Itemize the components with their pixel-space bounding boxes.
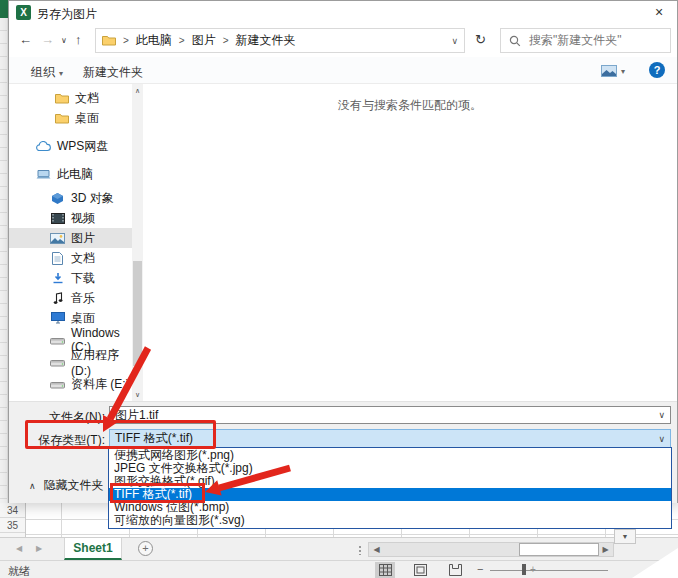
navigation-bar: ← → ∨ ↑ > 此电脑 > 图片 > 新建文件夹 ∨ ↻ 搜索"新建文件夹"	[9, 24, 677, 57]
computer-icon	[35, 168, 52, 180]
hide-folders-label: 隐藏文件夹	[44, 477, 104, 494]
sidebar-item-documents-quick[interactable]: 文档	[9, 88, 132, 108]
sidebar-scrollbar[interactable]: ∧ ∨	[132, 84, 143, 401]
scrollbar-resize-grip[interactable]	[358, 545, 362, 555]
scroll-left-icon[interactable]: ◀	[369, 543, 384, 556]
sidebar-item-label: WPS网盘	[57, 138, 108, 155]
sidebar-item-label: 桌面	[75, 110, 99, 127]
sidebar-item-label: 文档	[71, 250, 95, 267]
close-icon[interactable]: ×	[649, 3, 669, 21]
zoom-in-icon[interactable]: +	[530, 564, 536, 575]
filetype-option-svg[interactable]: 可缩放的向量图形(*.svg)	[109, 514, 671, 527]
dialog-title-bar: X 另存为图片 ×	[9, 1, 677, 24]
sheet-tab-bar: ◀ ▶ Sheet1 + ◀ ▶	[0, 537, 678, 560]
chevron-up-icon: ∧	[29, 481, 36, 491]
sidebar-item-this-pc[interactable]: 此电脑	[9, 164, 132, 184]
thumbnail-view-icon	[601, 65, 617, 77]
search-icon	[509, 35, 521, 47]
back-icon[interactable]: ←	[19, 32, 32, 47]
folder-icon	[53, 92, 70, 104]
row-number: 34	[0, 503, 25, 518]
new-sheet-button[interactable]: +	[138, 541, 153, 556]
dialog-body: 文档 桌面 WPS网盘 此电脑 3D 对象 视频	[9, 84, 677, 401]
scrollbar-thumb[interactable]	[133, 261, 142, 366]
sidebar-item-music[interactable]: 音乐	[9, 288, 132, 308]
dialog-toolbar: 组织▾ 新建文件夹 ▾ ?	[9, 57, 677, 84]
search-placeholder: 搜索"新建文件夹"	[529, 32, 622, 49]
sidebar-item-label: 图片	[71, 230, 95, 247]
sidebar-item-videos[interactable]: 视频	[9, 208, 132, 228]
film-icon	[49, 213, 66, 224]
folder-icon	[102, 35, 116, 46]
empty-results-message: 没有与搜索条件匹配的项。	[146, 97, 674, 114]
download-icon	[49, 272, 66, 284]
sidebar-item-documents[interactable]: 文档	[9, 248, 132, 268]
folder-icon	[53, 112, 70, 124]
refresh-icon[interactable]: ↻	[475, 32, 486, 47]
sidebar-item-drive-d[interactable]: 应用程序 (D:)	[9, 352, 132, 372]
sidebar-item-label: 资料库 (E:)	[71, 376, 130, 393]
scrollbar-thumb[interactable]	[519, 543, 599, 556]
excel-logo-icon: X	[16, 5, 31, 20]
picture-icon	[49, 233, 66, 244]
sidebar-item-desktop-quick[interactable]: 桌面	[9, 108, 132, 128]
up-icon[interactable]: ↑	[75, 32, 82, 47]
sidebar-item-downloads[interactable]: 下载	[9, 268, 132, 288]
search-input[interactable]: 搜索"新建文件夹"	[500, 28, 671, 53]
help-button[interactable]: ?	[649, 62, 665, 78]
zoom-slider-handle[interactable]	[522, 564, 526, 575]
cube-icon	[49, 192, 66, 205]
excel-status-bar: 就绪 − +	[0, 560, 678, 578]
zoom-slider-track[interactable]	[490, 570, 608, 571]
scroll-down-icon[interactable]: ∨	[132, 388, 143, 401]
drive-icon	[49, 380, 66, 389]
sheet-tab-sheet1[interactable]: Sheet1	[64, 538, 122, 560]
sidebar-item-desktop[interactable]: 桌面	[9, 308, 132, 328]
row-number: 35	[0, 518, 25, 533]
drive-icon	[49, 358, 66, 367]
caret-down-icon: ▾	[59, 69, 63, 78]
sidebar-item-label: 应用程序 (D:)	[71, 347, 132, 378]
breadcrumb-new-folder[interactable]: 新建文件夹	[236, 32, 296, 49]
view-mode-button[interactable]: ▾	[601, 65, 625, 77]
sidebar-item-3d-objects[interactable]: 3D 对象	[9, 188, 132, 208]
sidebar-item-label: 下载	[71, 270, 95, 287]
normal-view-icon[interactable]	[375, 562, 395, 578]
desktop-icon	[49, 312, 66, 324]
hide-folders-button[interactable]: ∧ 隐藏文件夹	[29, 477, 104, 494]
forward-icon: →	[41, 32, 54, 47]
page-break-view-icon[interactable]	[445, 562, 465, 578]
sidebar-item-label: 文档	[75, 90, 99, 107]
organize-button[interactable]: 组织▾	[31, 64, 63, 81]
excel-rowheader-sliver	[0, 18, 8, 537]
sidebar-item-pictures[interactable]: 图片	[9, 228, 132, 248]
sheet-nav-right-icon[interactable]: ▶	[36, 544, 42, 553]
scroll-up-icon[interactable]: ∧	[132, 84, 143, 97]
sidebar-item-label: 此电脑	[57, 166, 93, 183]
sidebar-item-label: 视频	[71, 210, 95, 227]
new-folder-button[interactable]: 新建文件夹	[83, 64, 143, 81]
annotation-rectangle-tif-option	[110, 483, 205, 503]
chevron-down-icon[interactable]: ∨	[658, 410, 665, 420]
address-dropdown-icon[interactable]: ∨	[451, 36, 458, 46]
page-layout-view-icon[interactable]	[410, 562, 430, 578]
horizontal-scrollbar[interactable]: ◀ ▶	[368, 542, 614, 557]
scroll-right-icon[interactable]: ▶	[598, 543, 613, 556]
address-bar[interactable]: > 此电脑 > 图片 > 新建文件夹 ∨	[95, 28, 465, 53]
zoom-out-icon[interactable]: −	[477, 563, 483, 575]
caret-down-icon: ▾	[621, 67, 625, 76]
sidebar-item-drive-e[interactable]: 资料库 (E:)	[9, 374, 132, 394]
breadcrumb-this-pc[interactable]: 此电脑	[136, 32, 172, 49]
screenshot-root: 34 35 ◀ ▶ Sheet1 + ◀ ▶ ▼ 就绪 − +	[0, 0, 678, 578]
breadcrumb-separator: >	[223, 35, 229, 46]
vertical-scroll-down-button[interactable]: ▼	[614, 529, 636, 544]
sheet-nav-left-icon[interactable]: ◀	[16, 544, 22, 553]
chevron-down-icon[interactable]: ∨	[658, 434, 665, 444]
recent-locations-icon[interactable]: ∨	[61, 36, 67, 45]
breadcrumb-separator: >	[179, 35, 185, 46]
sidebar-item-label: 桌面	[71, 310, 95, 327]
sidebar-item-label: 3D 对象	[71, 190, 114, 207]
breadcrumb-pictures[interactable]: 图片	[192, 32, 216, 49]
sidebar-item-wps-cloud[interactable]: WPS网盘	[9, 136, 132, 156]
sidebar-item-label: 音乐	[71, 290, 95, 307]
